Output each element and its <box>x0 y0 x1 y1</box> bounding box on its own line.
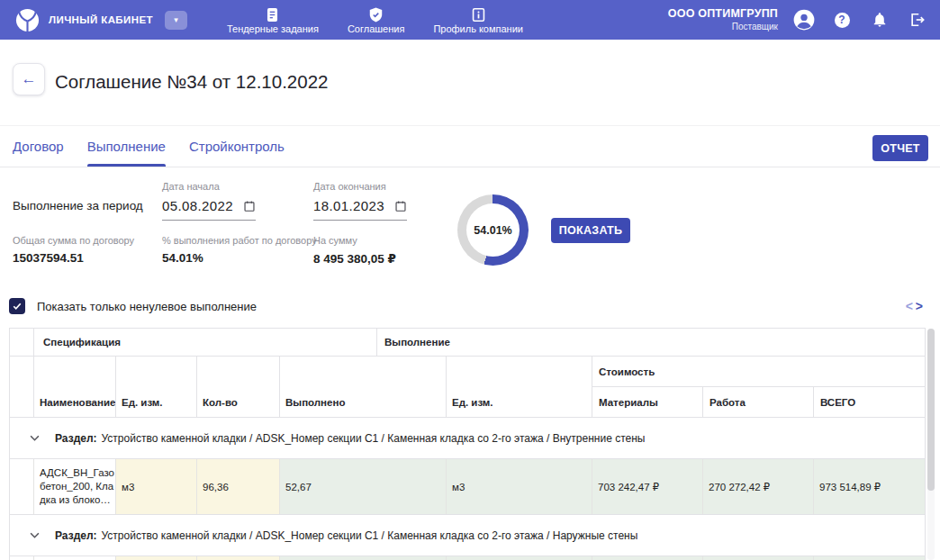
tabs: Договор Выполнение Стройконтроль <box>0 126 940 167</box>
cell-material-name: АДСК_НР_Газобетон_200, Кладка из блоков <box>34 556 116 560</box>
cell-unit <box>116 556 197 560</box>
sum-stat: На сумму 8 495 380,05 ₽ <box>313 235 396 266</box>
page-title: Соглашение №34 от 12.10.2022 <box>55 71 328 93</box>
scroll-left-icon[interactable]: < <box>906 298 913 314</box>
sum-value: 8 495 380,05 ₽ <box>313 251 396 266</box>
section-title: Раздел:Устройство каменной кладки / ADSK… <box>55 529 637 542</box>
cell-done <box>280 556 447 560</box>
nav-item-tenders[interactable]: Тендерные задания <box>227 6 319 34</box>
show-button[interactable]: ПОКАЗАТЬ <box>551 218 630 243</box>
contract-total-label: Общая сумма по договору <box>13 235 134 246</box>
nonzero-checkbox-label: Показать только ненулевое выполнение <box>37 300 257 313</box>
section-collapse-icon[interactable] <box>30 532 40 538</box>
completion-donut-label: 54.01% <box>457 194 529 266</box>
column-header-done-unit: Ед. изм. <box>447 357 592 417</box>
top-bar: ЛИЧНЫЙ КАБИНЕТ ▾ Тендерные задания <box>0 0 940 40</box>
cell-quantity: 96,36 <box>197 459 280 514</box>
column-header-done: Выполнено <box>280 357 447 417</box>
cell-unit: м3 <box>116 459 197 514</box>
table-row[interactable]: АДСК_ВН_Газобетон_200, Кладка из блоков … <box>10 459 925 515</box>
scroll-right-icon[interactable]: > <box>916 298 923 314</box>
section-title-text: Устройство каменной кладки / ADSK_Номер … <box>102 529 638 542</box>
cell-done: 52,67 <box>280 459 447 514</box>
tab-construction-control[interactable]: Стройконтроль <box>189 126 285 167</box>
main-nav: Тендерные задания Соглашения <box>227 6 523 34</box>
table-row[interactable]: АДСК_НР_Газобетон_200, Кладка из блоков <box>10 556 925 560</box>
sum-label: На сумму <box>313 235 396 246</box>
account-button[interactable] <box>792 8 816 32</box>
date-start-input[interactable]: 05.08.2022 <box>162 198 256 221</box>
section-row[interactable]: Раздел:Устройство каменной кладки / ADSK… <box>10 515 925 556</box>
cell-quantity <box>197 556 280 560</box>
nonzero-checkbox[interactable] <box>9 298 25 314</box>
bell-icon <box>872 12 888 28</box>
logout-button[interactable] <box>906 8 929 32</box>
company-block: ООО ОПТИМГРУПП Поставщик <box>668 7 778 32</box>
cell-materials <box>592 556 703 560</box>
date-start-label: Дата начала <box>162 181 256 192</box>
nonzero-filter-row: Показать только ненулевое выполнение <box>9 298 257 314</box>
calendar-icon[interactable] <box>394 200 407 212</box>
logout-icon <box>908 11 926 29</box>
column-header-material-name: Наименование материала <box>34 357 116 417</box>
document-icon <box>264 6 281 23</box>
cell-total: 973 514,89 ₽ <box>814 459 925 514</box>
help-button[interactable]: ? <box>830 8 854 32</box>
brand-label: ЛИЧНЫЙ КАБИНЕТ <box>49 14 153 25</box>
nav-item-company-profile[interactable]: Профиль компании <box>433 6 523 34</box>
cell-done-unit: м3 <box>447 459 592 514</box>
contract-total-stat: Общая сумма по договору 15037594.51 <box>13 235 134 265</box>
nav-item-label: Профиль компании <box>433 23 523 34</box>
section-prefix: Раздел: <box>55 529 97 542</box>
top-bar-right: ООО ОПТИМГРУПП Поставщик ? <box>668 7 940 32</box>
back-button[interactable]: ← <box>13 63 45 95</box>
help-icon: ? <box>835 13 850 28</box>
completion-donut: 54.01% <box>457 194 529 266</box>
nav-item-agreements[interactable]: Соглашения <box>348 6 405 34</box>
chevron-down-icon: ▾ <box>174 15 178 24</box>
column-header-work: Работа <box>703 387 814 417</box>
cost-group: Стоимость Материалы Работа ВСЕГО <box>592 357 925 417</box>
section-title: Раздел:Устройство каменной кладки / ADSK… <box>55 432 645 445</box>
scrollbar-thumb[interactable] <box>927 329 935 491</box>
contract-total-value: 15037594.51 <box>13 251 134 265</box>
brand[interactable]: ЛИЧНЫЙ КАБИНЕТ ▾ <box>0 8 187 32</box>
cell-work: 270 272,42 ₽ <box>703 459 814 514</box>
notifications-button[interactable] <box>868 8 891 32</box>
section-collapse-icon[interactable] <box>30 435 40 441</box>
company-info-icon <box>470 6 487 23</box>
tab-execution[interactable]: Выполнение <box>87 126 166 167</box>
vertical-scrollbar[interactable] <box>927 329 935 560</box>
expand-column-header <box>10 357 34 417</box>
brand-dropdown-button[interactable]: ▾ <box>165 11 187 30</box>
calendar-icon[interactable] <box>243 200 256 212</box>
table-group-header-row: Спецификация Выполнение <box>10 329 925 357</box>
date-end-field: Дата окончания 18.01.2023 <box>313 181 407 221</box>
cell-total <box>814 556 925 560</box>
section-title-text: Устройство каменной кладки / ADSK_Номер … <box>102 432 646 445</box>
column-header-unit: Ед. изм. <box>116 357 197 417</box>
expand-column-header <box>10 329 34 356</box>
percent-done-label: % выполнения работ по договору <box>162 235 317 246</box>
cell-done-unit <box>447 556 592 560</box>
shield-check-icon <box>367 6 384 23</box>
column-header-quantity: Кол-во <box>197 357 280 417</box>
group-header-cost: Стоимость <box>592 357 925 387</box>
row-expand-cell <box>10 556 34 560</box>
percent-done-value: 54.01% <box>162 251 317 265</box>
cell-materials: 703 242,47 ₽ <box>592 459 703 514</box>
execution-table: Спецификация Выполнение Наименование мат… <box>9 328 926 560</box>
date-end-input[interactable]: 18.01.2023 <box>313 198 407 221</box>
cost-columns: Материалы Работа ВСЕГО <box>592 387 925 417</box>
report-button[interactable]: ОТЧЕТ <box>872 135 928 161</box>
nav-item-label: Соглашения <box>348 23 405 34</box>
percent-done-stat: % выполнения работ по договору 54.01% <box>162 235 317 265</box>
app-window: ЛИЧНЫЙ КАБИНЕТ ▾ Тендерные задания <box>0 0 940 560</box>
tab-contract[interactable]: Договор <box>13 126 64 167</box>
date-start-field: Дата начала 05.08.2022 <box>162 181 256 221</box>
table-scroll-arrows: < > <box>906 298 923 314</box>
period-label: Выполнение за период <box>13 199 143 212</box>
column-header-materials: Материалы <box>592 387 703 417</box>
cell-work <box>703 556 814 560</box>
section-row[interactable]: Раздел:Устройство каменной кладки / ADSK… <box>10 418 925 459</box>
